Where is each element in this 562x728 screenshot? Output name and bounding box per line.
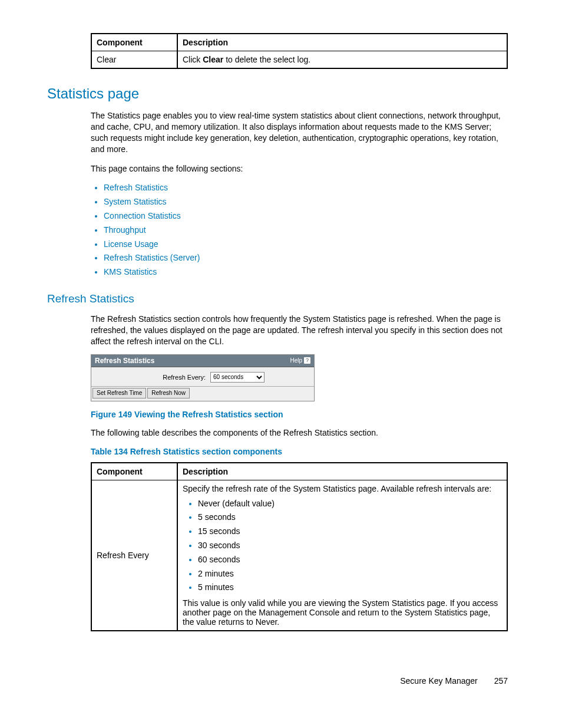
para-refresh-intro: The Refresh Statistics section controls … bbox=[91, 314, 508, 347]
refresh-statistics-widget: Refresh Statistics Help ? Refresh Every:… bbox=[91, 354, 315, 401]
heading-statistics-page: Statistics page bbox=[47, 85, 508, 102]
interval-item: 2 minutes bbox=[198, 567, 502, 581]
intervals-list: Never (default value) 5 seconds 15 secon… bbox=[189, 497, 502, 595]
link-kms-statistics[interactable]: KMS Statistics bbox=[104, 267, 157, 276]
th2-component: Component bbox=[91, 463, 177, 480]
td-description: Click Clear to delete the select log. bbox=[177, 51, 507, 69]
interval-item: 15 seconds bbox=[198, 525, 502, 539]
interval-item: 5 seconds bbox=[198, 510, 502, 525]
para-table-intro: The following table describes the compon… bbox=[91, 427, 508, 439]
page-footer: Secure Key Manager 257 bbox=[400, 676, 508, 686]
refresh-every-label: Refresh Every: bbox=[95, 374, 206, 381]
para-intro: The Statistics page enables you to view … bbox=[91, 110, 508, 155]
th-description: Description bbox=[177, 34, 507, 51]
link-connection-statistics[interactable]: Connection Statistics bbox=[104, 211, 181, 220]
th2-description: Description bbox=[177, 463, 507, 480]
interval-item: Never (default value) bbox=[198, 497, 502, 511]
widget-header: Refresh Statistics Help ? bbox=[91, 355, 314, 367]
interval-item: 5 minutes bbox=[198, 581, 502, 595]
table-refresh-components: Component Description Refresh Every Spec… bbox=[91, 462, 508, 632]
td2-component: Refresh Every bbox=[91, 480, 177, 631]
section-links-list: Refresh Statistics System Statistics Con… bbox=[91, 181, 508, 279]
link-system-statistics[interactable]: System Statistics bbox=[104, 197, 167, 206]
interval-item: 30 seconds bbox=[198, 539, 502, 553]
td-component: Clear bbox=[91, 51, 177, 69]
figure-149-caption: Figure 149 Viewing the Refresh Statistic… bbox=[91, 410, 508, 419]
refresh-now-button[interactable]: Refresh Now bbox=[147, 388, 190, 398]
refresh-every-select[interactable]: 60 seconds bbox=[210, 372, 265, 383]
link-throughput[interactable]: Throughput bbox=[104, 225, 146, 235]
footer-page-number: 257 bbox=[494, 676, 508, 686]
link-refresh-statistics[interactable]: Refresh Statistics bbox=[104, 183, 168, 192]
set-refresh-time-button[interactable]: Set Refresh Time bbox=[92, 388, 146, 398]
help-link[interactable]: Help ? bbox=[290, 357, 310, 364]
help-icon: ? bbox=[304, 357, 310, 364]
link-refresh-statistics-server[interactable]: Refresh Statistics (Server) bbox=[104, 253, 200, 262]
widget-title: Refresh Statistics bbox=[95, 357, 154, 365]
heading-refresh-statistics: Refresh Statistics bbox=[47, 292, 508, 305]
table-clear-component: Component Description Clear Click Clear … bbox=[91, 33, 508, 69]
td2-description: Specify the refresh rate of the System S… bbox=[177, 480, 507, 631]
para-contains: This page contains the following section… bbox=[91, 163, 508, 174]
table-134-caption: Table 134 Refresh Statistics section com… bbox=[91, 447, 508, 456]
th-component: Component bbox=[91, 34, 177, 51]
link-license-usage[interactable]: License Usage bbox=[104, 239, 158, 249]
footer-doc-title: Secure Key Manager bbox=[400, 676, 478, 686]
interval-item: 60 seconds bbox=[198, 553, 502, 567]
